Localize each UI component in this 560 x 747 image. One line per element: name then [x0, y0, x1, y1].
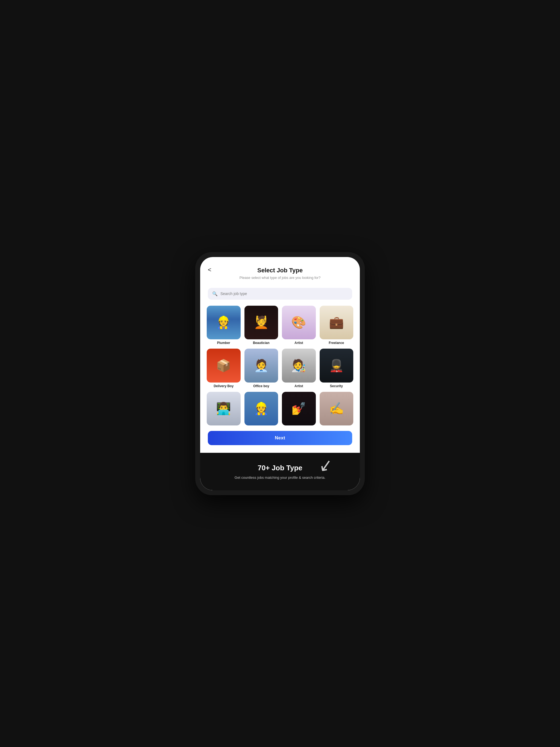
- promo-subtitle: Get countless jobs matching your profile…: [208, 475, 352, 481]
- job-item-artist3[interactable]: [320, 392, 354, 426]
- back-button[interactable]: <: [208, 267, 211, 273]
- job-label-beautician: Beautician: [253, 341, 270, 345]
- job-label-security: Security: [330, 384, 343, 388]
- job-item-artist2[interactable]: Artist: [282, 349, 316, 388]
- job-image-artist3: [320, 392, 354, 426]
- header: < Select Job Type Please select what typ…: [200, 257, 360, 284]
- job-item-delivery-boy[interactable]: Delivery Boy: [207, 349, 240, 388]
- job-label-plumber: Plumber: [217, 341, 230, 345]
- phone-frame: < Select Job Type Please select what typ…: [195, 252, 365, 495]
- job-image-plumber2: [245, 392, 278, 426]
- job-image-plumber: [207, 306, 240, 340]
- job-item-artist[interactable]: Artist: [282, 306, 316, 345]
- job-item-plumber2[interactable]: [245, 392, 278, 426]
- job-item-office-boy[interactable]: Office boy: [245, 349, 278, 388]
- job-label-artist2: Artist: [295, 384, 303, 388]
- search-input[interactable]: [221, 291, 348, 296]
- job-image-delivery-boy: [207, 349, 240, 383]
- job-label-office-boy: Office boy: [253, 384, 269, 388]
- job-image-security: [320, 349, 354, 383]
- job-item-it[interactable]: [207, 392, 240, 426]
- job-image-artist2: [282, 349, 316, 383]
- page-title: Select Job Type: [209, 267, 351, 274]
- job-image-artist: [282, 306, 316, 340]
- job-image-office-boy: [245, 349, 278, 383]
- search-icon: 🔍: [212, 291, 218, 297]
- screen-content: < Select Job Type Please select what typ…: [200, 257, 360, 490]
- job-item-security[interactable]: Security: [320, 349, 354, 388]
- job-item-plumber[interactable]: Plumber: [207, 306, 240, 345]
- job-image-beautician2: [282, 392, 316, 426]
- job-label-artist: Artist: [295, 341, 303, 345]
- job-image-freelance: [320, 306, 354, 340]
- bottom-promo: ↙ 70+ Job Type Get countless jobs matchi…: [200, 453, 360, 490]
- job-label-freelance: Freelance: [329, 341, 344, 345]
- page-subtitle: Please select what type of jobs are you …: [209, 276, 351, 280]
- next-button-wrap: Next: [200, 426, 360, 453]
- job-grid: Plumber Beautician Artist Freelance: [200, 306, 360, 426]
- search-bar[interactable]: 🔍: [208, 288, 352, 300]
- next-button[interactable]: Next: [208, 431, 352, 445]
- job-item-beautician[interactable]: Beautician: [245, 306, 278, 345]
- job-item-beautician2[interactable]: [282, 392, 316, 426]
- job-item-freelance[interactable]: Freelance: [320, 306, 354, 345]
- arrow-decoration: ↙: [317, 455, 334, 476]
- job-label-delivery-boy: Delivery Boy: [213, 384, 233, 388]
- job-image-beautician: [245, 306, 278, 340]
- job-image-it: [207, 392, 240, 426]
- phone-screen: < Select Job Type Please select what typ…: [200, 257, 360, 490]
